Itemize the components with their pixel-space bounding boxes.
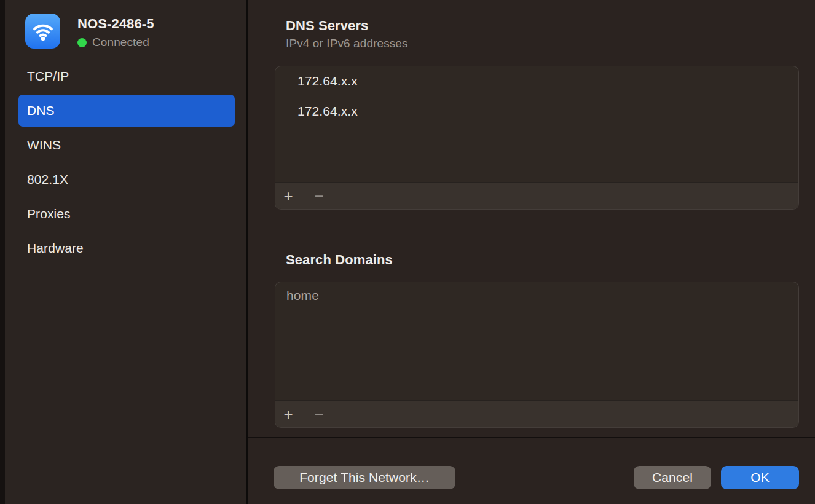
- dns-server-entry[interactable]: 172.64.x.x: [275, 66, 798, 96]
- dns-server-entry[interactable]: 172.64.x.x: [275, 96, 798, 126]
- search-domain-remove-button[interactable]: −: [311, 406, 327, 422]
- dns-servers-rows: 172.64.x.x 172.64.x.x: [275, 66, 798, 126]
- sidebar-item-hardware[interactable]: Hardware: [5, 231, 246, 266]
- wifi-icon: [25, 14, 60, 49]
- dns-servers-title: DNS Servers: [286, 18, 368, 34]
- cancel-button[interactable]: Cancel: [634, 466, 711, 489]
- search-domains-list: home + −: [275, 282, 799, 428]
- search-domains-rows: home: [275, 282, 798, 309]
- window-left-edge: [0, 0, 5, 504]
- dns-settings-panel: DNS Servers IPv4 or IPv6 addresses 172.6…: [248, 0, 815, 504]
- sidebar: NOS-2486-5 Connected TCP/IP DNS WINS 802…: [5, 0, 246, 504]
- dns-remove-button[interactable]: −: [311, 188, 327, 204]
- dialog-footer: Forget This Network… Cancel OK: [248, 437, 815, 504]
- settings-nav: TCP/IP DNS WINS 802.1X Proxies Hardware: [5, 59, 246, 266]
- sidebar-item-8021x[interactable]: 802.1X: [5, 162, 246, 197]
- search-domain-entry[interactable]: home: [275, 282, 798, 309]
- dns-servers-list: 172.64.x.x 172.64.x.x + −: [275, 66, 799, 210]
- search-domains-toolbar: + −: [275, 400, 798, 427]
- dns-servers-subtitle: IPv4 or IPv6 addresses: [286, 37, 408, 50]
- network-name: NOS-2486-5: [77, 16, 154, 32]
- toolbar-separator: [304, 188, 304, 204]
- dns-servers-toolbar: + −: [275, 182, 798, 209]
- search-domains-title: Search Domains: [286, 252, 393, 268]
- ok-button[interactable]: OK: [721, 466, 799, 489]
- sidebar-item-wins[interactable]: WINS: [5, 128, 246, 162]
- search-domain-add-button[interactable]: +: [280, 406, 296, 422]
- sidebar-item-tcpip[interactable]: TCP/IP: [5, 59, 246, 93]
- dialog-action-buttons: Cancel OK: [634, 466, 799, 489]
- network-status: Connected: [77, 36, 149, 49]
- forget-network-button[interactable]: Forget This Network…: [274, 466, 455, 489]
- connected-dot-icon: [77, 38, 87, 47]
- sidebar-item-proxies[interactable]: Proxies: [5, 197, 246, 231]
- sidebar-item-dns[interactable]: DNS: [18, 95, 235, 127]
- dns-add-button[interactable]: +: [280, 188, 296, 204]
- toolbar-separator: [304, 406, 304, 422]
- network-status-label: Connected: [92, 36, 149, 49]
